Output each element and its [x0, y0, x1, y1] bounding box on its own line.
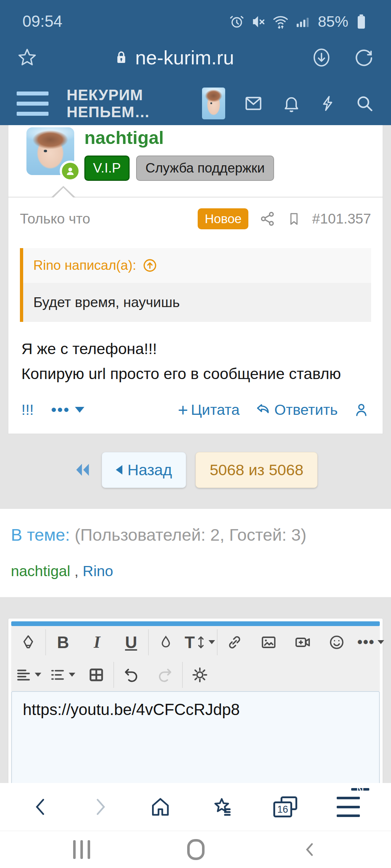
- signal-icon: [295, 14, 311, 30]
- status-icons: 85%: [229, 13, 369, 30]
- phone-screen: 09:54 85%: [0, 0, 391, 868]
- address-field[interactable]: ne-kurim.ru: [38, 46, 311, 69]
- editor-accent-bar: [11, 621, 380, 626]
- battery-percent: 85%: [318, 13, 348, 30]
- online-status-icon: [60, 161, 81, 182]
- profile-avatar[interactable]: [202, 88, 225, 119]
- chevron-down-icon: [378, 640, 384, 644]
- in-thread-summary: (Пользователей: 2, Гостей: 3): [75, 525, 306, 544]
- chevron-down-icon: [209, 640, 215, 644]
- text-color-button[interactable]: [149, 626, 183, 659]
- browser-url-bar: ne-kurim.ru: [0, 33, 391, 82]
- pagination: Назад 5068 из 5068: [0, 434, 391, 509]
- redo-button[interactable]: [148, 659, 182, 691]
- reply-arrow-icon: [255, 401, 272, 418]
- android-home-icon[interactable]: [187, 839, 205, 860]
- editor-toolbar-row1: B I U T: [11, 626, 380, 659]
- url-domain: ne-kurim.ru: [135, 46, 234, 69]
- forum-post: nachtigal V.I.P Служба поддержки Только …: [8, 125, 383, 434]
- underline-button[interactable]: U: [114, 626, 148, 659]
- post-timestamp: Только что: [20, 211, 90, 227]
- chevron-down-icon: [75, 407, 84, 413]
- plus-icon: +: [178, 400, 188, 420]
- triangle-left-icon: [116, 465, 122, 475]
- new-post-badge: Новое: [198, 208, 248, 229]
- list-button[interactable]: [45, 659, 79, 691]
- news-feed-bolt-icon[interactable]: [319, 94, 337, 113]
- browser-back-icon[interactable]: [31, 796, 51, 818]
- bookmark-star-icon[interactable]: [17, 47, 38, 68]
- thread-user-link[interactable]: nachtigal: [11, 563, 70, 579]
- first-page-icon[interactable]: [73, 462, 92, 478]
- editor-settings-gear-icon[interactable]: [183, 659, 217, 691]
- message-input[interactable]: https://youtu.be/4vCFCcRJdp8: [11, 691, 380, 783]
- post-number-link[interactable]: #101.357: [312, 211, 371, 227]
- post-author[interactable]: nachtigal: [84, 127, 274, 148]
- post-message: Я же с телефона!!! Копирую url просто ег…: [8, 322, 383, 389]
- undo-button[interactable]: [114, 659, 148, 691]
- battery-icon: [354, 13, 369, 30]
- search-icon[interactable]: [355, 94, 374, 113]
- bold-button[interactable]: B: [46, 626, 80, 659]
- quote-button[interactable]: + Цитата: [178, 400, 240, 420]
- wifi-icon: [272, 13, 289, 30]
- emoji-button[interactable]: [320, 626, 354, 659]
- quote-block: Rino написал(а): Будет время, научишь: [20, 248, 371, 322]
- quote-attribution[interactable]: Rino написал(а):: [33, 258, 136, 273]
- site-title[interactable]: НЕКУРИМ НЕПЬЕМ…: [67, 86, 150, 120]
- bang-link[interactable]: !!!: [21, 401, 34, 418]
- chevron-down-icon: [69, 673, 75, 677]
- editor-toolbar-row2: [11, 659, 380, 691]
- clock: 09:54: [22, 12, 62, 30]
- site-header: НЕКУРИМ НЕПЬЕМ…: [0, 82, 391, 125]
- reply-editor: B I U T: [8, 618, 383, 783]
- back-page-button[interactable]: Назад: [102, 452, 186, 488]
- insert-video-button[interactable]: [286, 626, 320, 659]
- go-to-quoted-post-icon[interactable]: [142, 258, 158, 273]
- page-content: nachtigal V.I.P Служба поддержки Только …: [0, 125, 391, 783]
- mention-user-icon[interactable]: [353, 401, 370, 418]
- alignment-button[interactable]: [11, 659, 45, 691]
- reply-link[interactable]: Ответить: [255, 401, 338, 418]
- messages-icon[interactable]: [243, 93, 264, 114]
- browser-nav-bar: 16 N: [0, 783, 391, 831]
- mute-icon: [251, 14, 266, 30]
- insert-image-button[interactable]: [252, 626, 286, 659]
- remove-format-button[interactable]: [11, 626, 45, 659]
- browser-bookmarks-icon[interactable]: [211, 796, 234, 818]
- users-in-thread: В теме: (Пользователей: 2, Гостей: 3) na…: [0, 509, 391, 597]
- browser-home-icon[interactable]: [149, 796, 172, 818]
- browser-forward-icon[interactable]: [90, 796, 110, 818]
- insert-link-button[interactable]: [218, 626, 252, 659]
- vip-badge: V.I.P: [84, 156, 130, 181]
- insert-table-button[interactable]: [79, 659, 113, 691]
- alarm-icon: [229, 14, 245, 30]
- reload-icon[interactable]: [353, 47, 374, 68]
- in-thread-label: В теме:: [11, 525, 70, 544]
- browser-tabs-icon[interactable]: 16: [273, 796, 297, 817]
- chevron-down-icon: [35, 673, 41, 677]
- share-icon[interactable]: [259, 210, 276, 227]
- usergroup-badge: Служба поддержки: [136, 156, 274, 181]
- android-nav-bar: [0, 831, 391, 868]
- user-avatar[interactable]: [26, 127, 74, 175]
- status-bar: 09:54 85%: [0, 0, 391, 33]
- menu-notification-badge: N: [351, 788, 369, 791]
- more-options-dots[interactable]: •••: [51, 401, 84, 418]
- lock-icon: [114, 50, 129, 65]
- browser-menu-icon[interactable]: N: [337, 797, 360, 817]
- more-tools-button[interactable]: •••: [354, 626, 388, 659]
- android-back-icon[interactable]: [302, 839, 318, 860]
- post-header-divider: [8, 197, 383, 197]
- tab-count: 16: [273, 801, 292, 817]
- alerts-bell-icon[interactable]: [282, 94, 301, 113]
- menu-icon[interactable]: [17, 92, 49, 116]
- download-icon[interactable]: [311, 47, 332, 68]
- thread-user-link[interactable]: Rino: [83, 563, 113, 579]
- page-counter-button[interactable]: 5068 из 5068: [196, 452, 318, 488]
- android-recents-icon[interactable]: [73, 840, 90, 859]
- quote-text: Будет время, научишь: [23, 283, 371, 322]
- bookmark-icon[interactable]: [287, 210, 301, 227]
- italic-button[interactable]: I: [80, 626, 114, 659]
- text-size-button[interactable]: T: [183, 626, 217, 659]
